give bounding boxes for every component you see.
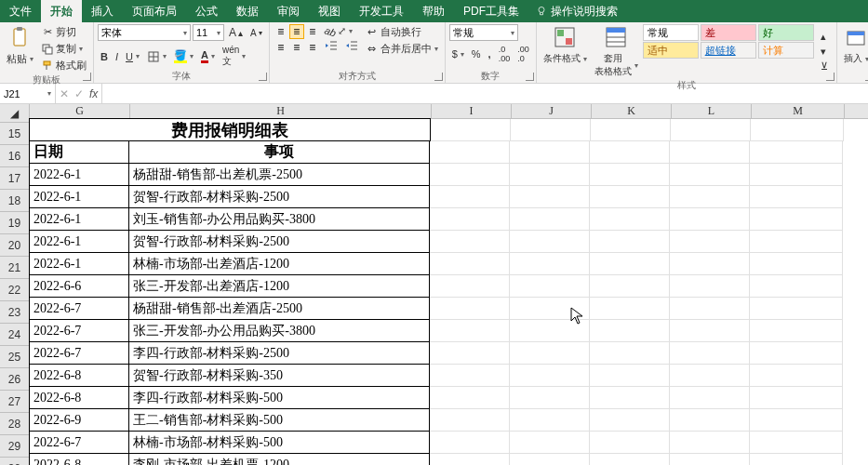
bold-button[interactable]: B	[98, 50, 111, 63]
currency-button[interactable]: $▾	[449, 47, 467, 60]
decrease-decimal-button[interactable]: .00.0	[514, 44, 532, 64]
tab-layout[interactable]: 页面布局	[123, 0, 186, 22]
cell[interactable]	[750, 164, 843, 186]
tab-pdf[interactable]: PDF工具集	[454, 0, 528, 22]
paste-button[interactable]	[7, 24, 33, 50]
cell[interactable]	[510, 208, 590, 231]
cell[interactable]	[590, 454, 670, 465]
cell[interactable]: 费用报销明细表	[29, 118, 431, 141]
cell[interactable]	[750, 208, 843, 231]
tab-home[interactable]: 开始	[41, 0, 82, 22]
merge-center-button[interactable]: ⇔合并后居中▾	[363, 41, 441, 57]
orientation-button[interactable]: ab⤢▾	[322, 24, 361, 38]
cell[interactable]	[670, 208, 750, 231]
cell[interactable]	[430, 275, 510, 298]
cell[interactable]	[670, 275, 750, 298]
number-format-input[interactable]: 常规▾	[449, 24, 518, 41]
cell[interactable]: 2022-6-1	[29, 185, 129, 208]
cell[interactable]	[670, 164, 750, 186]
cell[interactable]	[750, 231, 843, 253]
cell[interactable]	[750, 141, 843, 164]
tab-formulas[interactable]: 公式	[186, 0, 227, 22]
col-header-G[interactable]: G	[30, 104, 130, 118]
increase-decimal-button[interactable]: .0.00	[496, 44, 514, 64]
phonetic-button[interactable]: wén文▾	[220, 44, 248, 69]
cell[interactable]	[590, 320, 670, 342]
cell[interactable]	[430, 342, 510, 365]
decrease-indent-button[interactable]	[322, 39, 341, 52]
row-header[interactable]: 27	[0, 391, 29, 413]
col-header-L[interactable]: L	[672, 104, 752, 118]
cell[interactable]: 王二-销售部-材料采购-500	[128, 408, 430, 432]
cell[interactable]	[430, 320, 510, 342]
cell[interactable]	[510, 141, 590, 164]
row-header[interactable]: 24	[0, 324, 29, 346]
cell[interactable]	[510, 454, 590, 465]
cell[interactable]: 杨甜甜-销售部-出差酒店-2500	[128, 297, 430, 320]
align-bottom[interactable]: ≡	[305, 24, 320, 39]
cell[interactable]	[590, 342, 670, 365]
cell[interactable]: 贺智-行政部-材料采购-350	[128, 364, 430, 387]
row-header[interactable]: 30	[0, 458, 29, 465]
align-center[interactable]: ≡	[289, 40, 304, 55]
cell[interactable]	[430, 253, 510, 275]
cell[interactable]	[671, 119, 751, 141]
cell[interactable]: 2022-6-1	[29, 252, 129, 275]
copy-button[interactable]: 复制▾	[38, 41, 89, 57]
cell[interactable]: 事项	[128, 140, 430, 164]
fill-color-button[interactable]: 🪣▾	[171, 49, 196, 64]
cell[interactable]	[750, 275, 843, 298]
style-calc[interactable]: 计算	[758, 42, 814, 59]
font-color-button[interactable]: A▾	[198, 48, 218, 64]
style-link[interactable]: 超链接	[701, 42, 756, 59]
comma-button[interactable]: ,	[486, 47, 494, 60]
cell[interactable]: 2022-6-9	[29, 408, 129, 432]
cell[interactable]: 2022-6-1	[29, 230, 129, 253]
cell[interactable]	[670, 186, 750, 208]
cell[interactable]	[430, 298, 510, 320]
cell[interactable]: 张三-开发部-出差酒店-1200	[128, 274, 430, 298]
cell[interactable]	[670, 298, 750, 320]
enter-icon[interactable]: ✓	[74, 87, 84, 100]
cell[interactable]	[510, 432, 590, 454]
cell[interactable]	[750, 432, 843, 454]
cell[interactable]	[750, 387, 843, 409]
cell[interactable]	[510, 275, 590, 298]
cancel-icon[interactable]: ✕	[60, 87, 69, 100]
cell[interactable]: 贺智-行政部-材料采购-2500	[128, 230, 430, 253]
cell[interactable]: 贺智-行政部-材料采购-2500	[128, 185, 430, 208]
cell[interactable]	[510, 342, 590, 365]
cell[interactable]: 2022-6-8	[29, 364, 129, 387]
tab-insert[interactable]: 插入	[82, 0, 123, 22]
border-button[interactable]: ▾	[144, 49, 169, 64]
cell[interactable]	[591, 119, 671, 141]
cell[interactable]	[430, 208, 510, 231]
cell[interactable]	[670, 231, 750, 253]
cell[interactable]: 2022-6-7	[29, 297, 129, 320]
cell[interactable]	[430, 365, 510, 387]
select-all-corner[interactable]: ◢	[0, 104, 29, 123]
cell[interactable]	[670, 253, 750, 275]
cell[interactable]	[510, 164, 590, 186]
cell[interactable]	[590, 298, 670, 320]
cell[interactable]	[430, 454, 510, 465]
font-name-input[interactable]: 宋体▾	[98, 24, 191, 41]
cell[interactable]	[590, 409, 670, 432]
cell[interactable]	[430, 141, 510, 164]
cell[interactable]	[510, 186, 590, 208]
cell[interactable]	[670, 365, 750, 387]
paste-label[interactable]: 粘贴▾	[4, 51, 36, 67]
underline-button[interactable]: U▾	[123, 50, 142, 63]
row-header[interactable]: 21	[0, 257, 29, 279]
cell[interactable]	[590, 432, 670, 454]
cell[interactable]	[590, 387, 670, 409]
align-right[interactable]: ≡	[305, 40, 320, 55]
style-gallery-expand[interactable]: ⊻	[818, 60, 831, 73]
cell[interactable]: 2022-6-7	[29, 341, 129, 365]
row-header[interactable]: 25	[0, 346, 29, 368]
style-neutral[interactable]: 适中	[643, 42, 699, 59]
row-header[interactable]: 28	[0, 413, 29, 435]
col-header-H[interactable]: H	[130, 104, 432, 118]
tab-view[interactable]: 视图	[309, 0, 350, 22]
cell[interactable]	[431, 119, 511, 141]
